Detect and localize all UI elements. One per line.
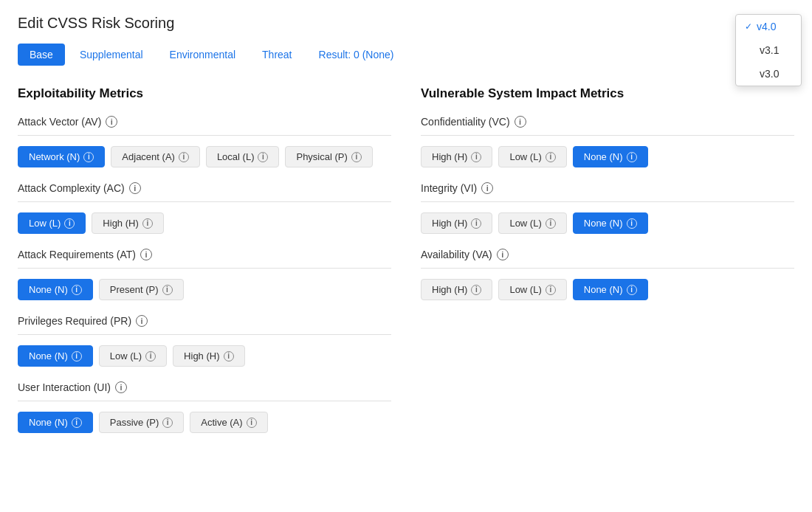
info-icon-integrity[interactable]: i	[481, 182, 493, 194]
info-icon-confidentiality[interactable]: i	[515, 116, 526, 128]
version-option-v3.0[interactable]: v3.0	[736, 62, 801, 86]
btn-info-icon[interactable]: i	[72, 418, 82, 428]
btn-info-icon[interactable]: i	[471, 285, 481, 295]
btn-info-icon[interactable]: i	[72, 351, 82, 361]
metric-divider-confidentiality	[421, 135, 794, 136]
btn-info-icon[interactable]: i	[351, 152, 362, 162]
metric-label-text: Integrity (VI)	[421, 182, 477, 194]
btn-group-attack-complexity: Low (L)iHigh (H)i	[18, 212, 391, 234]
version-option-label: v3.0	[760, 68, 779, 80]
btn-attack-vector-network[interactable]: Network (N)i	[18, 146, 105, 167]
btn-info-icon[interactable]: i	[471, 218, 481, 229]
btn-group-availability: High (H)iLow (L)iNone (N)i	[421, 279, 794, 300]
info-icon-privileges-required[interactable]: i	[136, 315, 148, 327]
btn-user-interaction-active[interactable]: Active (A)i	[190, 412, 267, 433]
metric-label-attack-requirements: Attack Requirements (AT)i	[18, 249, 391, 260]
btn-privileges-required-high[interactable]: High (H)i	[173, 345, 244, 367]
btn-info-icon[interactable]: i	[546, 285, 556, 295]
version-area: Version: ✓v4.0v3.1v3.0	[754, 17, 794, 30]
btn-attack-vector-adjacent[interactable]: Adjacent (A)i	[111, 146, 200, 167]
btn-info-icon[interactable]: i	[546, 152, 556, 162]
btn-info-icon[interactable]: i	[145, 351, 156, 361]
btn-info-icon[interactable]: i	[224, 351, 234, 361]
btn-info-icon[interactable]: i	[627, 152, 637, 162]
btn-group-confidentiality: High (H)iLow (L)iNone (N)i	[421, 146, 794, 167]
metric-label-text: Attack Requirements (AT)	[18, 249, 136, 260]
btn-info-icon[interactable]: i	[162, 285, 173, 295]
metric-divider-attack-requirements	[18, 268, 391, 269]
tab-result[interactable]: Result: 0 (None)	[307, 44, 406, 66]
info-icon-availability[interactable]: i	[497, 249, 509, 260]
btn-label: Local (L)	[217, 151, 255, 162]
checkmark-icon: ✓	[745, 21, 752, 32]
version-option-label: v3.1	[760, 44, 779, 56]
metric-label-integrity: Integrity (VI)i	[421, 182, 794, 194]
metric-group-attack-requirements: Attack Requirements (AT)iNone (N)iPresen…	[18, 249, 391, 300]
btn-label: Passive (P)	[110, 417, 159, 428]
page-title: Edit CVSS Risk Scoring	[18, 15, 174, 32]
btn-info-icon[interactable]: i	[627, 285, 637, 295]
btn-label: None (N)	[29, 417, 68, 428]
tab-environmental[interactable]: Environmental	[158, 44, 248, 66]
btn-label: Low (L)	[509, 151, 541, 162]
metric-label-privileges-required: Privileges Required (PR)i	[18, 315, 391, 327]
btn-attack-requirements-none[interactable]: None (N)i	[18, 279, 93, 300]
info-icon-attack-vector[interactable]: i	[106, 116, 117, 128]
btn-info-icon[interactable]: i	[546, 218, 556, 229]
btn-label: None (N)	[584, 284, 623, 295]
btn-privileges-required-low[interactable]: Low (L)i	[99, 345, 167, 367]
info-icon-attack-requirements[interactable]: i	[140, 249, 152, 260]
btn-info-icon[interactable]: i	[64, 218, 75, 229]
version-option-v4.0[interactable]: ✓v4.0	[736, 15, 801, 38]
version-option-label: v4.0	[757, 21, 776, 32]
btn-attack-complexity-high[interactable]: High (H)i	[92, 212, 163, 234]
btn-info-icon[interactable]: i	[471, 152, 481, 162]
btn-confidentiality-none[interactable]: None (N)i	[573, 146, 648, 167]
btn-info-icon[interactable]: i	[179, 152, 189, 162]
btn-label: Active (A)	[201, 417, 242, 428]
btn-user-interaction-none[interactable]: None (N)i	[18, 412, 93, 433]
btn-confidentiality-low[interactable]: Low (L)i	[498, 146, 566, 167]
main-content: Exploitability Metrics Attack Vector (AV…	[18, 86, 794, 448]
btn-info-icon[interactable]: i	[162, 418, 173, 428]
btn-label: Low (L)	[509, 284, 541, 295]
btn-group-user-interaction: None (N)iPassive (P)iActive (A)i	[18, 412, 391, 433]
version-option-v3.1[interactable]: v3.1	[736, 38, 801, 62]
btn-label: High (H)	[432, 151, 467, 162]
btn-attack-vector-local[interactable]: Local (L)i	[206, 146, 280, 167]
btn-label: Low (L)	[29, 218, 61, 229]
btn-info-icon[interactable]: i	[258, 152, 268, 162]
btn-info-icon[interactable]: i	[627, 218, 637, 229]
tab-supplemental[interactable]: Supplemental	[68, 44, 155, 66]
tab-threat[interactable]: Threat	[250, 44, 303, 66]
btn-integrity-low[interactable]: Low (L)i	[498, 212, 566, 234]
btn-availability-high[interactable]: High (H)i	[421, 279, 492, 300]
metric-label-text: Confidentiality (VC)	[421, 116, 510, 128]
info-icon-attack-complexity[interactable]: i	[129, 182, 141, 194]
btn-privileges-required-none[interactable]: None (N)i	[18, 345, 93, 367]
btn-integrity-none[interactable]: None (N)i	[573, 212, 648, 234]
btn-attack-complexity-low[interactable]: Low (L)i	[18, 212, 86, 234]
btn-label: High (H)	[184, 350, 219, 361]
metric-group-privileges-required: Privileges Required (PR)iNone (N)iLow (L…	[18, 315, 391, 367]
metric-group-attack-complexity: Attack Complexity (AC)iLow (L)iHigh (H)i	[18, 182, 391, 234]
btn-integrity-high[interactable]: High (H)i	[421, 212, 492, 234]
btn-label: None (N)	[29, 350, 68, 361]
btn-confidentiality-high[interactable]: High (H)i	[421, 146, 492, 167]
btn-group-attack-vector: Network (N)iAdjacent (A)iLocal (L)iPhysi…	[18, 146, 391, 167]
btn-info-icon[interactable]: i	[142, 218, 153, 229]
info-icon-user-interaction[interactable]: i	[115, 381, 127, 393]
btn-user-interaction-passive[interactable]: Passive (P)i	[99, 412, 184, 433]
btn-availability-none[interactable]: None (N)i	[573, 279, 648, 300]
metric-group-availability: Availability (VA)iHigh (H)iLow (L)iNone …	[421, 249, 794, 300]
metric-label-text: Privileges Required (PR)	[18, 315, 131, 327]
btn-attack-vector-physical[interactable]: Physical (P)i	[285, 146, 372, 167]
tab-base[interactable]: Base	[18, 44, 65, 66]
btn-availability-low[interactable]: Low (L)i	[498, 279, 566, 300]
metric-label-text: Availability (VA)	[421, 249, 492, 260]
btn-info-icon[interactable]: i	[247, 418, 257, 428]
btn-info-icon[interactable]: i	[72, 285, 82, 295]
btn-attack-requirements-present[interactable]: Present (P)i	[99, 279, 184, 300]
btn-info-icon[interactable]: i	[83, 152, 94, 162]
metric-group-user-interaction: User Interaction (UI)iNone (N)iPassive (…	[18, 381, 391, 433]
